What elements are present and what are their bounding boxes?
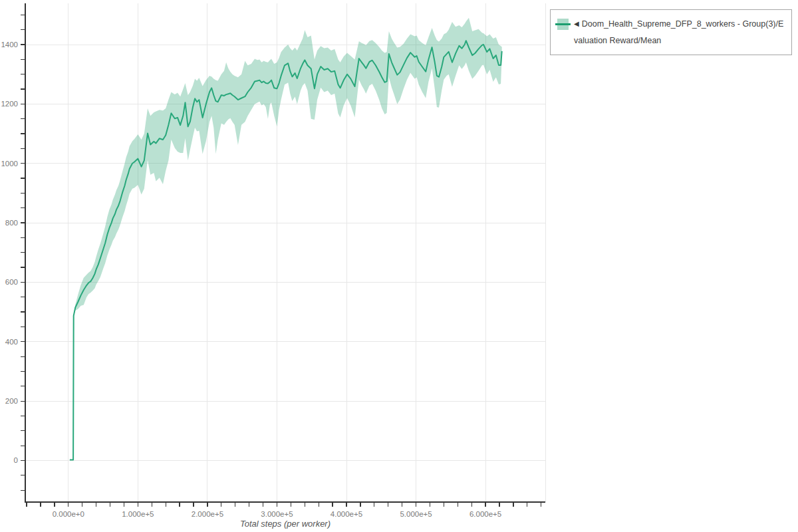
y-tick-label: 1200	[1, 100, 18, 108]
x-tick-label: 0.000e+0	[53, 510, 84, 518]
legend: ◀Doom_Health_Supreme_DFP_8_workers - Gro…	[550, 9, 792, 55]
series-line-mark	[555, 23, 571, 25]
y-tick-label: 600	[5, 278, 18, 286]
metric-chart-panel: 0.000e+01.000e+52.000e+53.000e+54.000e+5…	[0, 0, 798, 532]
y-tick-label: 1400	[1, 41, 18, 49]
series-color-swatch	[557, 19, 569, 30]
x-axis-title: Total steps (per worker)	[240, 519, 331, 529]
reward-line-chart[interactable]: 0.000e+01.000e+52.000e+53.000e+54.000e+5…	[0, 0, 798, 532]
x-tick-label: 6.000e+5	[469, 510, 501, 518]
y-tick-label: 800	[5, 219, 18, 227]
legend-entry[interactable]: ◀Doom_Health_Supreme_DFP_8_workers - Gro…	[574, 16, 784, 49]
collapse-triangle-icon[interactable]: ◀	[574, 15, 579, 32]
y-tick-label: 200	[5, 397, 18, 405]
plot-area[interactable]	[25, 3, 545, 503]
y-tick-label: 1000	[1, 160, 18, 168]
x-tick-label: 3.000e+5	[261, 510, 293, 518]
series-label: Doom_Health_Supreme_DFP_8_workers - Grou…	[574, 19, 783, 45]
x-tick-label: 1.000e+5	[122, 510, 154, 518]
y-tick-label: 0	[14, 456, 18, 464]
x-tick-label: 5.000e+5	[400, 510, 432, 518]
x-tick-label: 4.000e+5	[331, 510, 362, 518]
y-tick-label: 400	[5, 338, 18, 346]
x-tick-label: 2.000e+5	[192, 510, 223, 518]
